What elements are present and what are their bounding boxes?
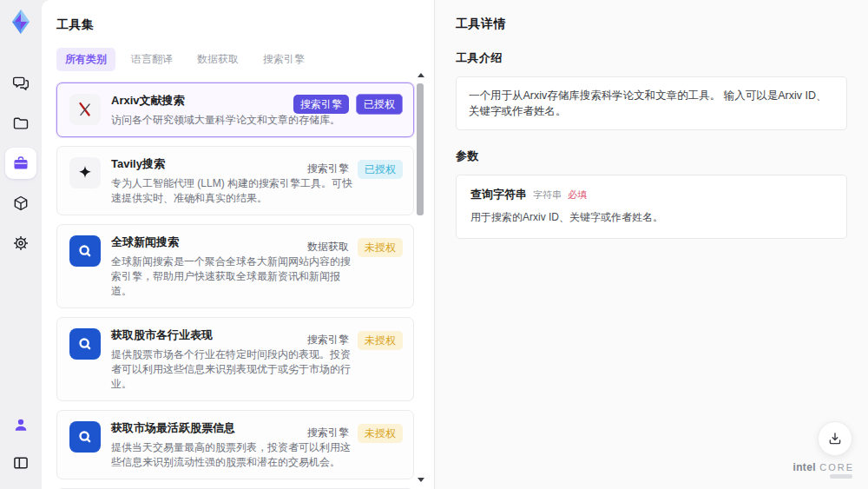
intro-section-title: 工具介绍 [456, 50, 847, 66]
arxiv-icon [69, 94, 101, 125]
category-tabs: 所有类别 语言翻译 数据获取 搜索引擎 [56, 48, 434, 71]
tool-desc: 访问各个研究领域大量科学论文和文章的存储库。 [111, 113, 359, 128]
category-tag: 搜索引擎 [306, 328, 351, 352]
auth-badge: 未授权 [358, 331, 403, 350]
auth-badge: 已授权 [358, 160, 403, 179]
tab-all-categories[interactable]: 所有类别 [56, 48, 115, 71]
user-icon[interactable] [5, 409, 36, 440]
app-window: 工具集 所有类别 语言翻译 数据获取 搜索引擎 Arxiv文献搜索 访问各个研究… [0, 0, 868, 489]
tool-card-sector-performance[interactable]: 获取股市各行业表现 提供股票市场各个行业在特定时间段内的表现。投资者可以利用这些… [56, 317, 414, 401]
folder-icon[interactable] [5, 108, 36, 139]
category-badge: 搜索引擎 [293, 95, 349, 114]
tool-card-arxiv[interactable]: Arxiv文献搜索 访问各个研究领域大量科学论文和文章的存储库。 搜索引擎 已授… [56, 83, 414, 137]
param-required-flag: 必填 [568, 188, 587, 202]
tool-list-pane: 工具集 所有类别 语言翻译 数据获取 搜索引擎 Arxiv文献搜索 访问各个研究… [42, 0, 434, 489]
tool-desc: 提供当天交易量最高的股票列表，投资者可以利用这些信息来识别流动性强的股票和潜在的… [111, 440, 359, 470]
toolbox-icon[interactable] [5, 148, 36, 179]
search-q-icon [69, 328, 101, 360]
rail-bottom [5, 409, 36, 479]
category-tag: 数据获取 [306, 235, 351, 259]
panel-toggle-icon[interactable] [5, 447, 36, 479]
param-type: 字符串 [533, 188, 562, 202]
scrollbar-thumb[interactable] [417, 83, 424, 215]
list-scrollbar[interactable] [416, 73, 424, 482]
auth-badge: 未授权 [358, 424, 403, 443]
intel-core-logo: intel CORE [793, 461, 854, 479]
tool-desc: 专为人工智能代理 (LLM) 构建的搜索引擎工具。可快速提供实时、准确和真实的结… [111, 176, 359, 206]
download-button[interactable] [818, 421, 852, 456]
sparkle-icon [69, 157, 101, 188]
tool-desc: 全球新闻搜索是一个聚合全球各大新闻网站内容的搜索引擎，帮助用户快速获取全球最新资… [111, 254, 359, 299]
auth-badge: 已授权 [356, 94, 403, 115]
detail-title: 工具详情 [456, 17, 847, 32]
scroll-down-arrow-icon[interactable] [418, 478, 424, 482]
tool-cards: Arxiv文献搜索 访问各个研究领域大量科学论文和文章的存储库。 搜索引擎 已授… [56, 83, 414, 489]
brand-underline [830, 474, 852, 479]
params-section-title: 参数 [456, 149, 847, 164]
tool-card-active-stocks[interactable]: 获取市场最活跃股票信息 提供当天交易量最高的股票列表，投资者可以利用这些信息来识… [56, 410, 414, 479]
chat-icon[interactable] [5, 68, 36, 99]
auth-badge: 未授权 [358, 238, 403, 257]
tab-search-engine[interactable]: 搜索引擎 [254, 48, 313, 71]
category-tag: 搜索引擎 [306, 421, 351, 445]
app-logo-icon[interactable] [6, 7, 36, 36]
tool-intro-box: 一个用于从Arxiv存储库搜索科学论文和文章的工具。 输入可以是Arxiv ID… [456, 76, 847, 130]
tab-data-fetch[interactable]: 数据获取 [188, 48, 247, 71]
search-q-icon [69, 421, 101, 453]
tab-language-translation[interactable]: 语言翻译 [122, 48, 181, 71]
param-box: 查询字符串 字符串 必填 用于搜索的Arxiv ID、关键字或作者姓名。 [456, 175, 847, 239]
tool-desc: 提供股票市场各个行业在特定时间段内的表现。投资者可以利用这些信息来识别表现优于或… [111, 347, 359, 392]
settings-icon[interactable] [5, 228, 36, 259]
brand-intel: intel [793, 461, 816, 473]
cube-icon[interactable] [5, 188, 36, 219]
tool-card-global-news[interactable]: 全球新闻搜索 全球新闻搜索是一个聚合全球各大新闻网站内容的搜索引擎，帮助用户快速… [56, 224, 414, 308]
tool-card-tavily[interactable]: Tavily搜索 专为人工智能代理 (LLM) 构建的搜索引擎工具。可快速提供实… [56, 146, 414, 215]
left-rail [0, 0, 42, 489]
param-desc: 用于搜索的Arxiv ID、关键字或作者姓名。 [470, 210, 832, 225]
category-tag: 搜索引擎 [306, 157, 351, 181]
tool-detail-pane: 工具详情 工具介绍 一个用于从Arxiv存储库搜索科学论文和文章的工具。 输入可… [434, 0, 868, 489]
param-name: 查询字符串 [470, 187, 527, 202]
page-title: 工具集 [56, 17, 434, 33]
rail-nav [5, 68, 36, 259]
brand-core: CORE [819, 462, 854, 472]
scroll-up-arrow-icon[interactable] [418, 73, 424, 77]
search-q-icon [69, 235, 101, 267]
